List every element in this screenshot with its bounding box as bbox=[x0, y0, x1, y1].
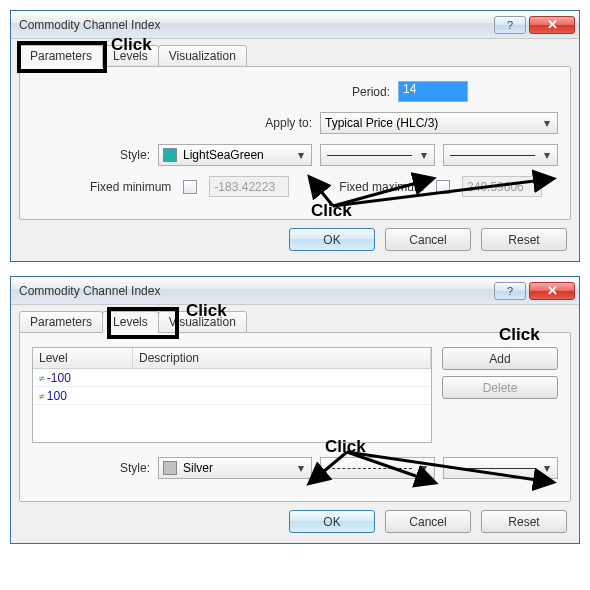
dialog-levels: Commodity Channel Index ? ✕ Parameters L… bbox=[10, 276, 580, 544]
apply-to-value: Typical Price (HLC/3) bbox=[325, 116, 438, 130]
delete-button: Delete bbox=[442, 376, 558, 399]
col-description: Description bbox=[133, 348, 431, 368]
fixed-max-label: Fixed maximum bbox=[339, 180, 424, 194]
apply-to-combo[interactable]: Typical Price (HLC/3) ▾ bbox=[320, 112, 558, 134]
ok-button[interactable]: OK bbox=[289, 228, 375, 251]
line-sample-solid bbox=[450, 468, 535, 469]
level-value: 100 bbox=[47, 389, 67, 403]
levels-panel: Level Description ≠ -100 ≠ 100 Add Delet… bbox=[19, 332, 571, 502]
apply-to-label: Apply to: bbox=[265, 116, 312, 130]
fixed-max-value: 249.59606 bbox=[462, 176, 542, 197]
color-swatch bbox=[163, 461, 177, 475]
tab-levels[interactable]: Levels bbox=[102, 311, 159, 333]
fixed-max-checkbox[interactable] bbox=[436, 180, 450, 194]
chevron-down-icon: ▾ bbox=[292, 460, 309, 476]
titlebar: Commodity Channel Index ? ✕ bbox=[11, 11, 579, 39]
style-line-combo[interactable]: ▾ bbox=[320, 457, 435, 479]
style-color-name: LightSeaGreen bbox=[183, 148, 264, 162]
line-sample-dashed bbox=[327, 468, 412, 469]
period-label: Period: bbox=[352, 85, 390, 99]
grid-row[interactable]: ≠ -100 bbox=[33, 369, 431, 387]
style-color-combo[interactable]: Silver ▾ bbox=[158, 457, 312, 479]
chevron-down-icon: ▾ bbox=[538, 115, 555, 131]
line-sample-solid bbox=[327, 155, 412, 156]
ok-button[interactable]: OK bbox=[289, 510, 375, 533]
fixed-min-checkbox[interactable] bbox=[183, 180, 197, 194]
style-label: Style: bbox=[32, 461, 150, 475]
col-level: Level bbox=[33, 348, 133, 368]
grid-row[interactable]: ≠ 100 bbox=[33, 387, 431, 405]
chevron-down-icon: ▾ bbox=[292, 147, 309, 163]
tab-visualization[interactable]: Visualization bbox=[158, 311, 247, 333]
period-input[interactable]: 14 bbox=[398, 81, 468, 102]
parameters-panel: Period: 14 Apply to: Typical Price (HLC/… bbox=[19, 66, 571, 220]
style-label: Style: bbox=[32, 148, 150, 162]
chevron-down-icon: ▾ bbox=[538, 460, 555, 476]
help-button[interactable]: ? bbox=[494, 282, 526, 300]
reset-button[interactable]: Reset bbox=[481, 510, 567, 533]
title: Commodity Channel Index bbox=[19, 284, 491, 298]
help-button[interactable]: ? bbox=[494, 16, 526, 34]
level-value: -100 bbox=[47, 371, 71, 385]
chevron-down-icon: ▾ bbox=[415, 460, 432, 476]
chevron-down-icon: ▾ bbox=[538, 147, 555, 163]
style-line-combo[interactable]: ▾ bbox=[320, 144, 435, 166]
reset-button[interactable]: Reset bbox=[481, 228, 567, 251]
dialog-buttons: OK Cancel Reset bbox=[19, 220, 571, 253]
tab-parameters[interactable]: Parameters bbox=[19, 45, 103, 67]
add-button[interactable]: Add bbox=[442, 347, 558, 370]
level-icon: ≠ bbox=[39, 374, 42, 382]
cancel-button[interactable]: Cancel bbox=[385, 228, 471, 251]
titlebar: Commodity Channel Index ? ✕ bbox=[11, 277, 579, 305]
style-width-combo[interactable]: ▾ bbox=[443, 144, 558, 166]
cancel-button[interactable]: Cancel bbox=[385, 510, 471, 533]
dialog-buttons: OK Cancel Reset bbox=[19, 502, 571, 535]
tab-levels[interactable]: Levels bbox=[102, 45, 159, 67]
tab-parameters[interactable]: Parameters bbox=[19, 311, 103, 333]
close-button[interactable]: ✕ bbox=[529, 282, 575, 300]
tab-visualization[interactable]: Visualization bbox=[158, 45, 247, 67]
style-color-name: Silver bbox=[183, 461, 213, 475]
dialog-parameters: Commodity Channel Index ? ✕ Parameters L… bbox=[10, 10, 580, 262]
line-sample-solid bbox=[450, 155, 535, 156]
style-color-combo[interactable]: LightSeaGreen ▾ bbox=[158, 144, 312, 166]
fixed-min-label: Fixed minimum bbox=[90, 180, 171, 194]
level-icon: ≠ bbox=[39, 392, 42, 400]
title: Commodity Channel Index bbox=[19, 18, 491, 32]
style-width-combo[interactable]: ▾ bbox=[443, 457, 558, 479]
chevron-down-icon: ▾ bbox=[415, 147, 432, 163]
fixed-min-value: -183.42223 bbox=[209, 176, 289, 197]
color-swatch bbox=[163, 148, 177, 162]
levels-grid[interactable]: Level Description ≠ -100 ≠ 100 bbox=[32, 347, 432, 443]
close-button[interactable]: ✕ bbox=[529, 16, 575, 34]
